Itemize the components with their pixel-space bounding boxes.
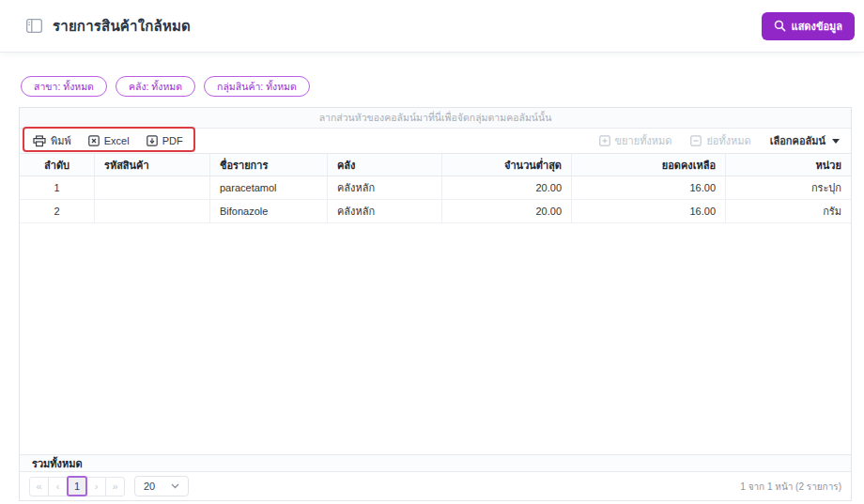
page-size-value: 20 xyxy=(144,481,155,492)
cell-name: paracetamol xyxy=(210,176,328,199)
excel-export-button[interactable]: Excel xyxy=(85,133,133,148)
collapse-all-icon xyxy=(690,135,702,146)
table-empty-area xyxy=(20,223,851,454)
grid-toolbar-right: ขยายทั้งหมด ย่อทั้งหมด เลือกคอลัมน์ xyxy=(595,130,843,151)
collapse-all-label: ย่อทั้งหมด xyxy=(706,132,750,149)
column-header-code[interactable]: รหัสสินค้า xyxy=(95,154,210,176)
printer-icon xyxy=(33,135,46,147)
cell-name: Bifonazole xyxy=(210,200,328,222)
first-page-button[interactable]: « xyxy=(29,477,49,496)
filter-chip-branch[interactable]: สาขา: ทั้งหมด xyxy=(21,76,107,97)
next-page-button[interactable]: › xyxy=(86,477,106,496)
filter-chip-product-group[interactable]: กลุ่มสินค้า: ทั้งหมด xyxy=(204,76,310,97)
page-title: รายการสินค้าใกล้หมด xyxy=(53,15,191,38)
cell-balance: 16.00 xyxy=(572,176,726,199)
column-header-min-qty[interactable]: จำนวนต่ำสุด xyxy=(442,154,572,176)
excel-file-icon xyxy=(88,135,100,146)
collapse-all-button[interactable]: ย่อทั้งหมด xyxy=(687,130,754,151)
filter-chips: สาขา: ทั้งหมด คลัง: ทั้งหมด กลุ่มสินค้า:… xyxy=(0,53,864,107)
column-header-warehouse[interactable]: คลัง xyxy=(328,154,442,176)
cell-min-qty: 20.00 xyxy=(442,176,572,199)
topbar: รายการสินค้าใกล้หมด แสดงข้อมูล xyxy=(0,0,864,53)
cell-code xyxy=(95,176,210,199)
search-icon xyxy=(774,20,786,32)
export-buttons-group: พิมพ์ Excel xyxy=(29,130,187,151)
expand-all-label: ขยายทั้งหมด xyxy=(615,132,672,149)
table-row[interactable]: 1 paracetamol คลังหลัก 20.00 16.00 กระปุ… xyxy=(20,176,851,200)
print-button-label: พิมพ์ xyxy=(51,132,71,149)
title-wrap: รายการสินค้าใกล้หมด xyxy=(26,15,191,38)
choose-columns-button[interactable]: เลือกคอลัมน์ xyxy=(766,130,843,151)
choose-columns-label: เลือกคอลัมน์ xyxy=(770,132,825,149)
cell-warehouse: คลังหลัก xyxy=(328,200,442,222)
expand-all-button[interactable]: ขยายทั้งหมด xyxy=(595,130,676,151)
pager: « ‹ 1 › » 20 1 จาก 1 หน้า (2 รายการ) xyxy=(20,472,851,500)
column-header-balance[interactable]: ยอดคงเหลือ xyxy=(572,154,726,176)
column-header-unit[interactable]: หน่วย xyxy=(726,154,851,176)
grid-toolbar: พิมพ์ Excel xyxy=(20,129,851,153)
cell-warehouse: คลังหลัก xyxy=(328,176,442,199)
table-header-row: ลำดับ รหัสสินค้า ชื่อรายการ คลัง จำนวนต่… xyxy=(20,153,851,176)
pdf-export-button[interactable]: PDF xyxy=(143,133,187,148)
excel-button-label: Excel xyxy=(104,135,130,146)
chevron-down-icon xyxy=(171,483,179,489)
expand-all-icon xyxy=(599,135,610,146)
cell-min-qty: 20.00 xyxy=(442,200,572,222)
cell-unit: กรัม xyxy=(726,200,851,222)
pdf-file-icon xyxy=(147,135,158,146)
column-header-name[interactable]: ชื่อรายการ xyxy=(210,154,328,176)
cell-unit: กระปุก xyxy=(726,176,851,199)
total-row-label: รวมทั้งหมด xyxy=(32,455,83,472)
caret-down-icon xyxy=(832,139,840,144)
cell-index: 2 xyxy=(20,200,95,222)
show-data-button-label: แสดงข้อมูล xyxy=(792,18,842,35)
page-nav-group: « ‹ 1 › » xyxy=(29,476,125,496)
cell-balance: 16.00 xyxy=(572,200,726,222)
sidebar-panel-icon xyxy=(26,19,42,33)
cell-index: 1 xyxy=(20,176,95,199)
pager-info: 1 จาก 1 หน้า (2 รายการ) xyxy=(740,480,841,494)
cell-code xyxy=(95,200,210,222)
column-header-index[interactable]: ลำดับ xyxy=(20,154,95,176)
print-button[interactable]: พิมพ์ xyxy=(29,130,75,151)
show-data-button[interactable]: แสดงข้อมูล xyxy=(762,12,855,40)
group-by-hint[interactable]: ลากส่วนหัวของคอลัมน์มาที่นี่เพื่อจัดกลุ่… xyxy=(20,108,851,129)
table-row[interactable]: 2 Bifonazole คลังหลัก 20.00 16.00 กรัม xyxy=(20,200,851,223)
current-page-button[interactable]: 1 xyxy=(67,476,87,496)
last-page-button[interactable]: » xyxy=(105,477,125,496)
filter-chip-warehouse[interactable]: คลัง: ทั้งหมด xyxy=(116,76,195,97)
data-grid: ลากส่วนหัวของคอลัมน์มาที่นี่เพื่อจัดกลุ่… xyxy=(19,107,852,501)
page-size-select[interactable]: 20 xyxy=(134,476,189,496)
table-total-row: รวมทั้งหมด xyxy=(20,454,851,472)
pdf-button-label: PDF xyxy=(162,135,183,146)
prev-page-button[interactable]: ‹ xyxy=(48,477,68,496)
